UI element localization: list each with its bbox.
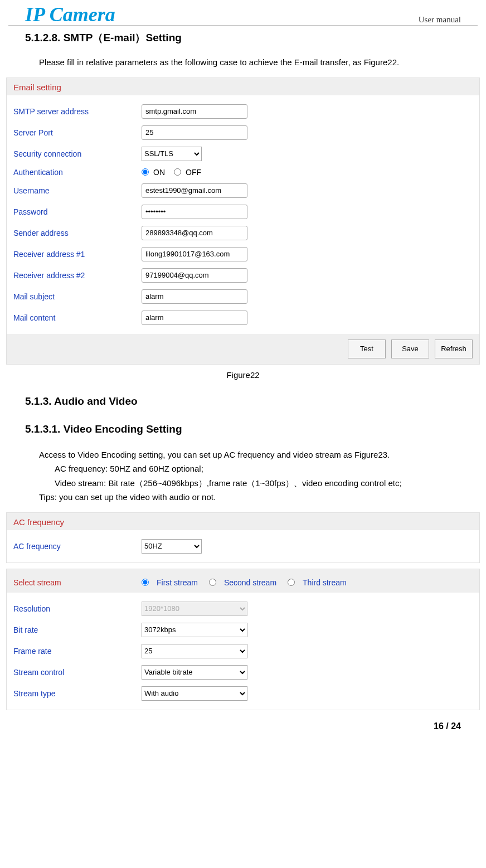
sender-input[interactable] xyxy=(142,226,247,240)
label-security: Security connection xyxy=(13,149,142,158)
third-stream-radio[interactable] xyxy=(288,579,295,586)
content-input[interactable] xyxy=(142,311,247,325)
recv2-input[interactable] xyxy=(142,268,247,283)
label-stream-type: Stream type xyxy=(13,689,142,698)
label-auth: Authentication xyxy=(13,168,142,177)
third-stream-label: Third stream xyxy=(303,578,347,587)
audio-video-heading: 5.1.3. Audio and Video xyxy=(25,395,461,408)
ac-frequency-panel: AC frequency AC frequency 50HZ xyxy=(6,512,480,563)
server-port-input[interactable] xyxy=(142,125,247,140)
subject-input[interactable] xyxy=(142,289,247,304)
email-setting-panel: Email setting SMTP server address Server… xyxy=(6,77,480,365)
test-button[interactable]: Test xyxy=(348,340,386,358)
label-server-port: Server Port xyxy=(13,128,142,137)
refresh-button[interactable]: Refresh xyxy=(435,340,473,358)
video-intro: Access to Video Encoding setting, you ca… xyxy=(39,448,461,505)
resolution-select: 1920*1080 xyxy=(142,602,247,616)
label-subject: Mail subject xyxy=(13,292,142,301)
security-select[interactable]: SSL/TLS xyxy=(142,147,202,161)
label-framerate: Frame rate xyxy=(13,647,142,656)
bitrate-select[interactable]: 3072kbps xyxy=(142,623,247,637)
auth-on-label: ON xyxy=(153,168,165,177)
auth-off-radio[interactable] xyxy=(174,168,181,176)
select-stream-panel: Select stream First stream Second stream… xyxy=(6,569,480,710)
label-recv1: Receiver address #1 xyxy=(13,250,142,259)
first-stream-label: First stream xyxy=(157,578,198,587)
label-sender: Sender address xyxy=(13,229,142,237)
ac-frequency-select[interactable]: 50HZ xyxy=(142,539,202,554)
label-recv2: Receiver address #2 xyxy=(13,271,142,280)
label-password: Password xyxy=(13,207,142,216)
first-stream-radio[interactable] xyxy=(142,579,149,586)
label-smtp-server: SMTP server address xyxy=(13,107,142,116)
manual-label: User manual xyxy=(419,15,461,25)
label-stream-control: Stream control xyxy=(13,668,142,677)
framerate-select[interactable]: 25 xyxy=(142,644,247,658)
second-stream-label: Second stream xyxy=(224,578,276,587)
stream-type-select[interactable]: With audio xyxy=(142,686,247,701)
recv1-input[interactable] xyxy=(142,247,247,261)
save-button[interactable]: Save xyxy=(391,340,429,358)
second-stream-radio[interactable] xyxy=(209,579,216,586)
smtp-heading: 5.1.2.8. SMTP（E-mail）Setting xyxy=(25,31,461,45)
page-header: IP Camera User manual xyxy=(8,0,478,26)
auth-on-radio[interactable] xyxy=(142,168,149,176)
auth-off-label: OFF xyxy=(186,168,201,177)
logo: IP Camera xyxy=(25,4,115,25)
label-bitrate: Bit rate xyxy=(13,625,142,634)
video-encoding-heading: 5.1.3.1. Video Encoding Setting xyxy=(25,423,461,435)
label-ac-frequency: AC frequency xyxy=(13,542,142,551)
label-resolution: Resolution xyxy=(13,604,142,613)
page-number: 16 / 24 xyxy=(25,721,461,731)
password-input[interactable] xyxy=(142,205,247,219)
label-username: Username xyxy=(13,186,142,195)
label-content: Mail content xyxy=(13,313,142,322)
username-input[interactable] xyxy=(142,183,247,198)
panel-title-stream: Select stream xyxy=(13,578,142,587)
panel-title-ac: AC frequency xyxy=(7,513,479,530)
smtp-intro: Please fill in relative parameters as th… xyxy=(39,55,461,70)
figure22-caption: Figure22 xyxy=(25,370,461,380)
panel-title-email: Email setting xyxy=(7,78,479,95)
stream-control-select[interactable]: Variable bitrate xyxy=(142,665,247,680)
smtp-server-input[interactable] xyxy=(142,104,247,119)
